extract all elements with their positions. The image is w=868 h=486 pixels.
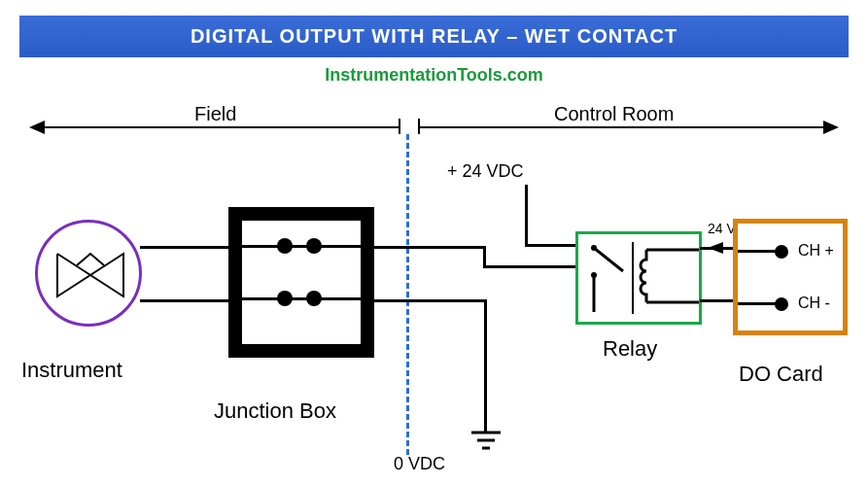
diagram-stage: Field Control Room Instrument Junction B… bbox=[0, 0, 868, 486]
ground-icon bbox=[471, 431, 501, 456]
zone-tick bbox=[418, 119, 420, 134]
svg-line-4 bbox=[594, 248, 623, 271]
wire bbox=[484, 299, 487, 434]
wire bbox=[372, 246, 485, 249]
junction-box-label: Junction Box bbox=[214, 399, 336, 424]
wire bbox=[242, 245, 361, 248]
instrument-symbol bbox=[35, 220, 142, 327]
arrow-right-icon bbox=[823, 121, 839, 134]
wire bbox=[483, 246, 486, 267]
ch-plus-label: CH + bbox=[798, 242, 834, 260]
relay bbox=[575, 231, 702, 325]
wire bbox=[738, 302, 777, 305]
solenoid-valve-icon bbox=[55, 252, 125, 298]
zone-tick bbox=[399, 119, 400, 134]
arrow-left-icon bbox=[708, 242, 723, 254]
instrument-label: Instrument bbox=[21, 358, 122, 383]
field-zone-label: Field bbox=[194, 103, 236, 125]
control-room-zone-label: Control Room bbox=[554, 103, 674, 125]
zone-arrow-line bbox=[418, 126, 824, 128]
relay-symbol-icon bbox=[578, 234, 699, 322]
zone-arrow-line bbox=[41, 126, 399, 128]
zero-vdc-label: 0 VDC bbox=[394, 454, 445, 474]
plus-24vdc-label: + 24 VDC bbox=[447, 161, 524, 182]
relay-label: Relay bbox=[603, 336, 657, 362]
wire bbox=[738, 250, 777, 253]
do-card: CH + CH - bbox=[733, 219, 848, 335]
arrow-left-icon bbox=[29, 121, 45, 134]
wire bbox=[372, 299, 487, 302]
ch-minus-label: CH - bbox=[798, 295, 830, 312]
junction-box bbox=[228, 207, 374, 358]
terminal-dot-icon bbox=[775, 245, 788, 259]
do-card-label: DO Card bbox=[739, 362, 823, 387]
wire bbox=[483, 265, 583, 268]
terminal-dot-icon bbox=[775, 297, 788, 311]
wire bbox=[525, 185, 528, 246]
wire bbox=[242, 297, 361, 300]
field-control-divider bbox=[406, 134, 409, 455]
